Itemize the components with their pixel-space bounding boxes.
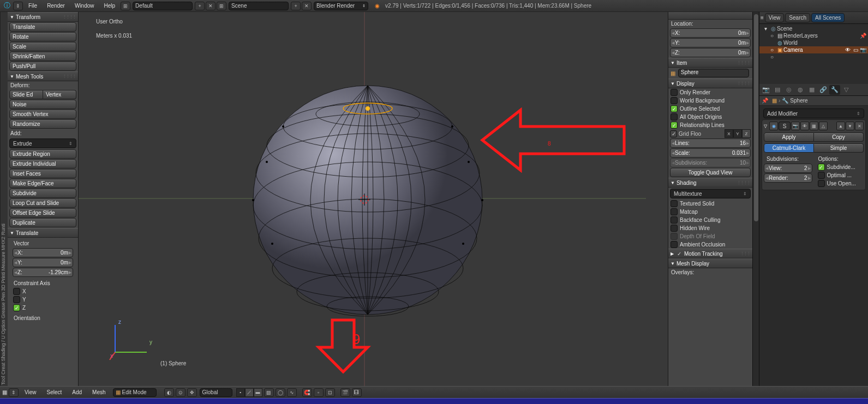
tab-constraints-icon[interactable]: 🔗 — [818, 85, 829, 95]
panel-display-header[interactable]: ▼Display⋮⋮⋮⋮ — [668, 79, 752, 88]
optimal-display-check[interactable]: Optimal ... — [816, 171, 864, 179]
outliner-search-menu[interactable]: Search — [785, 13, 810, 22]
orientation-select[interactable]: Global — [200, 388, 232, 397]
backface-culling-check[interactable]: Backface Culling — [668, 216, 752, 224]
outliner-editor-icon[interactable]: ≡ — [761, 15, 764, 21]
pivot-point-icon[interactable]: ⊙ — [176, 388, 185, 397]
slide-edge-button[interactable]: Slide Ed — [9, 90, 43, 99]
3d-viewport[interactable]: User Ortho Meters x 0.031 (1) Sphere — [79, 12, 668, 386]
toggle-quad-view-button[interactable]: Toggle Quad View — [670, 168, 751, 177]
select-mode-buttons[interactable]: •／▬ — [236, 388, 262, 397]
randomize-button[interactable]: Randomize — [9, 119, 76, 129]
outliner-view-menu[interactable]: View — [765, 13, 785, 22]
window-resize-bar[interactable] — [0, 398, 868, 404]
vec-z-field[interactable]: Z:-1.29cm — [13, 268, 73, 277]
use-opensubdiv-check[interactable]: Use Open... — [816, 179, 864, 188]
loc-y-field[interactable]: Y:0m — [670, 38, 751, 47]
hidden-wire-check[interactable]: Hidden Wire — [668, 224, 752, 232]
only-render-check[interactable]: Only Render — [668, 88, 752, 97]
mod-display-icon[interactable]: 👁 — [800, 122, 809, 130]
viewport-shading-icon[interactable]: ◐ — [164, 388, 174, 397]
vec-x-field[interactable]: X:0m — [13, 248, 73, 257]
offset-edge-button[interactable]: Offset Edge Slide — [9, 208, 76, 218]
outliner-filter-select[interactable]: All Scenes — [811, 13, 845, 22]
smooth-vertex-button[interactable]: Smooth Vertex — [9, 110, 76, 119]
restrict-view-icon[interactable]: 👁 — [844, 47, 852, 53]
menu-window[interactable]: Window — [70, 2, 99, 10]
expand-icon[interactable]: ⇕ — [13, 2, 23, 10]
loc-z-field[interactable]: Z:0m — [670, 48, 751, 57]
mod-cage-icon[interactable]: △ — [819, 122, 828, 130]
outline-selected-check[interactable]: ✓Outline Selected — [668, 105, 752, 113]
subdiv-render-field[interactable]: Render:2 — [764, 173, 812, 183]
mod-render-icon[interactable]: 📷 — [791, 122, 800, 130]
shading-mode-select[interactable]: Multitexture — [670, 189, 751, 198]
layout-remove-icon[interactable]: ✕ — [206, 2, 215, 10]
grid-scale-field[interactable]: Scale:0.031 — [670, 148, 751, 158]
noise-button[interactable]: Noise — [9, 100, 76, 109]
subdivide-uvs-check[interactable]: ✓Subdivide... — [816, 163, 864, 171]
catmull-clark-button[interactable]: Catmull-Clark — [764, 143, 814, 153]
ambient-occlusion-check[interactable]: Ambient Occlusion — [668, 240, 752, 249]
mod-apply-button[interactable]: Apply — [764, 132, 814, 142]
restrict-render-icon[interactable]: 📷 — [859, 47, 867, 53]
panel-item-header[interactable]: ▼Item⋮⋮⋮⋮ — [668, 58, 752, 68]
mod-moveup-icon[interactable]: ▲ — [836, 122, 845, 130]
translate-button[interactable]: Translate — [9, 22, 76, 32]
inset-faces-button[interactable]: Inset Faces — [9, 169, 76, 178]
relationship-lines-check[interactable]: ✓Relationship Lines — [668, 121, 752, 129]
info-editor-icon[interactable]: ⓘ — [2, 1, 12, 11]
world-bg-check[interactable]: World Background — [668, 97, 752, 105]
matcap-check[interactable]: Matcap — [668, 208, 752, 216]
textured-solid-check[interactable]: Textured Solid — [668, 200, 752, 208]
grid-lines-field[interactable]: Lines:16 — [670, 138, 751, 148]
push-pull-button[interactable]: Push/Pull — [9, 62, 76, 71]
make-edge-face-button[interactable]: Make Edge/Face — [9, 179, 76, 188]
pin-icon[interactable]: 📌 — [762, 98, 768, 104]
menu-select[interactable]: Select — [43, 388, 67, 396]
mode-select[interactable]: ▦Edit Mode — [113, 388, 157, 397]
mod-copy-button[interactable]: Copy — [814, 132, 864, 142]
render-anim-icon[interactable]: 🎞 — [352, 388, 362, 397]
mod-delete-icon[interactable]: ✕ — [855, 122, 864, 130]
layout-browse-icon[interactable]: ⊞ — [121, 2, 130, 10]
screen-layout-select[interactable]: Default — [133, 2, 193, 10]
simple-button[interactable]: Simple — [814, 143, 864, 153]
tab-data-icon[interactable]: ▽ — [841, 85, 852, 95]
vec-y-field[interactable]: Y:0m — [13, 258, 73, 267]
render-engine-select[interactable]: Blender Render⇕ — [314, 2, 368, 10]
all-origins-check[interactable]: All Object Origins — [668, 113, 752, 121]
panel-transform-header[interactable]: ▼Transform⋮⋮⋮⋮ — [8, 12, 78, 22]
tab-render-icon[interactable]: 📷 — [761, 85, 771, 95]
mod-name-input[interactable]: S — [779, 122, 791, 130]
tab-renderlayers-icon[interactable]: ▤ — [772, 85, 783, 95]
subdiv-view-field[interactable]: View:2 — [764, 164, 812, 173]
scene-remove-icon[interactable]: ✕ — [302, 2, 312, 10]
mod-movedown-icon[interactable]: ▼ — [846, 122, 854, 130]
rotate-button[interactable]: Rotate — [9, 32, 76, 41]
prop-falloff-icon[interactable]: ∿ — [287, 388, 297, 397]
restrict-select-icon[interactable]: ▭ — [852, 47, 859, 53]
extrude-region-button[interactable]: Extrude Region — [9, 149, 76, 159]
tab-modifiers-icon[interactable]: 🔧 — [829, 85, 840, 95]
menu-render[interactable]: Render — [43, 2, 69, 10]
3dview-editor-icon[interactable]: ▦ — [2, 389, 7, 395]
loc-x-field[interactable]: X:0m — [670, 28, 751, 38]
snap-icon[interactable]: 🧲 — [302, 388, 312, 397]
scene-add-icon[interactable]: + — [291, 2, 301, 10]
constraint-z-check[interactable]: ✓Z — [11, 304, 75, 312]
panel-motion-tracking-header[interactable]: ▶✓Motion Tracking⋮⋮⋮ — [668, 249, 752, 258]
object-name-input[interactable]: Sphere — [678, 69, 749, 77]
scene-select[interactable]: Scene — [229, 2, 289, 10]
menu-file[interactable]: File — [24, 2, 41, 10]
operator-header[interactable]: ▼Translate — [8, 228, 78, 238]
menu-add[interactable]: Add — [68, 388, 86, 396]
loop-cut-button[interactable]: Loop Cut and Slide — [9, 198, 76, 208]
render-opengl-icon[interactable]: 🎬 — [340, 388, 350, 397]
tab-world-icon[interactable]: ◍ — [795, 85, 806, 95]
scale-button[interactable]: Scale — [9, 42, 76, 51]
menu-mesh[interactable]: Mesh — [88, 388, 110, 396]
constraint-x-check[interactable]: X — [11, 287, 75, 296]
axis-toggle-buttons[interactable]: XYZ — [725, 129, 751, 138]
tab-scene-icon[interactable]: ◎ — [783, 85, 794, 95]
